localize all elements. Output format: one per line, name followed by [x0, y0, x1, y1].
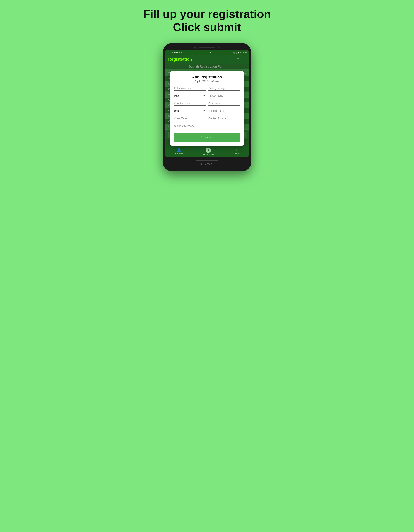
course-input[interactable] [208, 109, 240, 113]
father-name-field [208, 94, 240, 98]
name-input[interactable] [174, 86, 206, 91]
submit-button[interactable]: Submit [174, 133, 240, 142]
nav-item-login[interactable]: ⊞ Login [234, 148, 239, 156]
phone-bottom [165, 160, 249, 161]
app-bar: Registration ⎋ ⋮ [165, 55, 249, 64]
contact-field [208, 116, 240, 121]
class-time-field [174, 116, 206, 121]
phone-shell: ↑↓ 5.86KB/s ≋ ψ 11:13 ◎ △ ◉ ↻ 97% Regist… [163, 43, 251, 171]
suggest-field [174, 124, 240, 128]
courses-label: Courses [175, 152, 183, 155]
name-field [174, 86, 206, 91]
app-bar-title: Registration [168, 57, 192, 62]
status-right: ◎ △ ◉ ↻ 97% [233, 51, 246, 54]
form-row-suggest [174, 124, 240, 128]
registration-modal: Add Registration Sep 2, 2019 11:13:35 AM [170, 71, 244, 146]
phone-screen: ↑↓ 5.86KB/s ≋ ψ 11:13 ◎ △ ◉ ↻ 97% Regist… [165, 50, 249, 157]
city-input[interactable] [208, 101, 240, 106]
status-time: 11:13 [205, 51, 210, 54]
status-icons: ◎ △ ◉ ↻ 97% [233, 51, 246, 54]
course-field [208, 109, 240, 113]
country-input[interactable] [174, 101, 206, 106]
city-field [208, 101, 240, 106]
phone-sensor [218, 46, 220, 48]
front-camera [194, 46, 196, 48]
app-bar-icons: ⎋ ⋮ [237, 57, 246, 62]
login-label: Login [234, 152, 239, 155]
modal-overlay: Add Registration Sep 2, 2019 11:13:35 AM [165, 64, 249, 146]
more-vert-icon[interactable]: ⋮ [242, 57, 246, 62]
language-wrapper: Urdu English Punjabi [174, 109, 206, 113]
age-field [208, 86, 240, 91]
class-time-input[interactable] [174, 116, 206, 121]
country-field [174, 101, 206, 106]
language-select[interactable]: Urdu English Punjabi [174, 109, 206, 113]
form-row-name-age [174, 86, 240, 91]
share-icon[interactable]: ⎋ [237, 57, 239, 61]
modal-title: Add Registration [174, 75, 240, 79]
huawei-label: HUAWEI [165, 163, 249, 166]
phone-top-bar [165, 46, 249, 48]
status-bar: ↑↓ 5.86KB/s ≋ ψ 11:13 ◎ △ ◉ ↻ 97% [165, 50, 249, 55]
courses-icon: 👤 [177, 148, 181, 152]
screen-inner: Submit Registration Form Yo... ...ion St… [165, 64, 249, 146]
gender-select[interactable]: Male Female Other [174, 94, 206, 98]
age-input[interactable] [208, 86, 240, 91]
signal-text: ↑↓ 5.86KB/s ≋ ψ [168, 51, 183, 54]
bottom-nav: 👤 Courses R Registration ⊞ Login [165, 146, 249, 157]
registration-label: Registration [203, 153, 214, 156]
gender-wrapper: Male Female Other [174, 94, 206, 98]
form-row-time-contact [174, 116, 240, 121]
nav-item-registration[interactable]: R Registration [203, 148, 214, 156]
status-left: ↑↓ 5.86KB/s ≋ ψ [168, 51, 183, 54]
registration-icon: R [206, 148, 211, 153]
nav-item-courses[interactable]: 👤 Courses [175, 148, 183, 156]
contact-input[interactable] [208, 116, 240, 121]
form-row-language-course: Urdu English Punjabi [174, 109, 240, 113]
form-row-gender-father: Male Female Other [174, 94, 240, 98]
modal-subtitle: Sep 2, 2019 11:13:35 AM [174, 80, 240, 83]
page-title: Fill up your registration Click submit [143, 7, 271, 34]
suggest-input[interactable] [174, 124, 240, 128]
home-bar [196, 160, 218, 161]
login-icon: ⊞ [235, 148, 238, 152]
phone-speaker [199, 47, 215, 48]
father-name-input[interactable] [208, 94, 240, 98]
form-row-country-city [174, 101, 240, 106]
